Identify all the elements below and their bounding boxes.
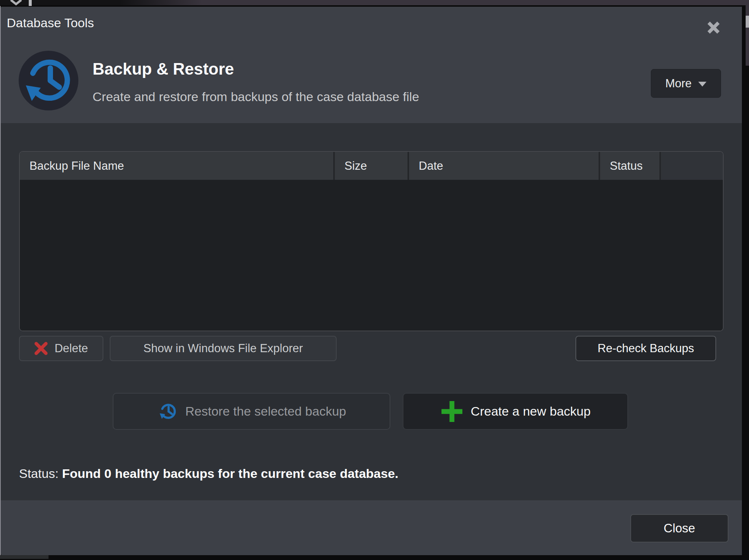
backup-history-icon <box>19 51 78 110</box>
more-button-label: More <box>665 77 692 90</box>
create-backup-label: Create a new backup <box>471 404 590 419</box>
close-button[interactable]: Close <box>630 514 728 542</box>
column-header-date[interactable]: Date <box>409 152 600 180</box>
status-prefix: Status: <box>19 466 59 481</box>
delete-button[interactable]: Delete <box>19 336 103 361</box>
dialog-title: Database Tools <box>7 16 94 30</box>
column-header-backup-file-name[interactable]: Backup File Name <box>20 152 335 180</box>
show-in-explorer-label: Show in Windows File Explorer <box>143 342 303 355</box>
column-header-spacer <box>661 152 723 180</box>
show-in-explorer-button[interactable]: Show in Windows File Explorer <box>110 336 337 361</box>
close-button-label: Close <box>664 521 695 535</box>
backup-table: Backup File Name Size Date Status <box>19 151 724 331</box>
column-header-status[interactable]: Status <box>600 152 661 180</box>
chevron-down-icon[interactable] <box>9 0 23 6</box>
recheck-backups-label: Re-check Backups <box>597 342 694 355</box>
restore-history-icon <box>157 401 179 422</box>
section-subtitle: Create and restore from backups of the c… <box>93 90 419 104</box>
restore-backup-button[interactable]: Restore the selected backup <box>113 393 390 430</box>
delete-x-icon <box>34 342 48 355</box>
status-message: Found 0 healthy backups for the current … <box>62 466 398 481</box>
recheck-backups-button[interactable]: Re-check Backups <box>575 336 716 361</box>
create-backup-button[interactable]: Create a new backup <box>403 393 628 430</box>
section-title: Backup & Restore <box>93 60 234 78</box>
titlebar-divider <box>29 0 32 6</box>
delete-button-label: Delete <box>54 342 88 355</box>
caret-down-icon <box>698 82 706 87</box>
more-button[interactable]: More <box>651 69 721 98</box>
background-window-right-edge <box>746 5 749 66</box>
scrollbar-thumb[interactable] <box>746 16 749 28</box>
background-window-bottom-edge <box>0 555 49 559</box>
column-header-size[interactable]: Size <box>335 152 409 180</box>
database-tools-dialog: Database Tools Backup & Restore Create a… <box>1 7 744 555</box>
status-line: Status: Found 0 healthy backups for the … <box>19 466 399 481</box>
backup-table-header: Backup File Name Size Date Status <box>20 152 723 180</box>
restore-backup-label: Restore the selected backup <box>185 404 346 419</box>
background-window-titlebar <box>0 0 749 5</box>
backup-table-body-empty <box>20 180 723 331</box>
screen: Database Tools Backup & Restore Create a… <box>0 0 749 560</box>
plus-icon <box>440 400 464 423</box>
close-icon[interactable] <box>704 18 723 37</box>
